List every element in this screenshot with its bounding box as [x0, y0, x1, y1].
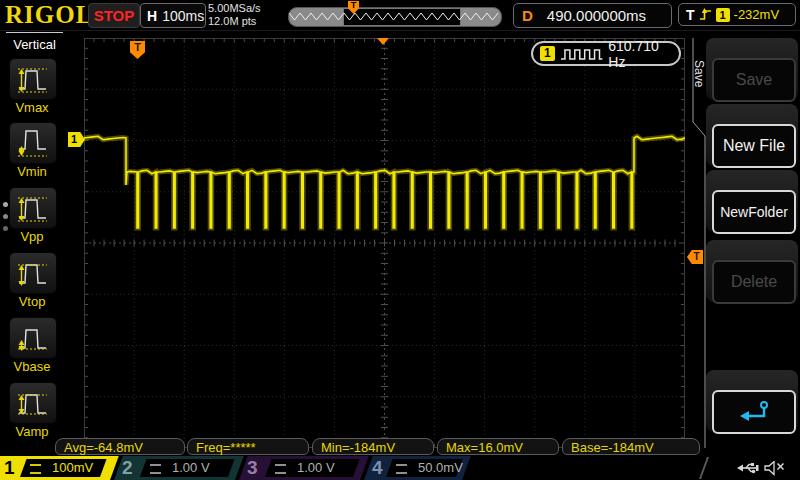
- measure-vmin-button[interactable]: [9, 122, 57, 164]
- trigger-level-value: -232mV: [734, 7, 780, 22]
- delay-button[interactable]: D 490.000000ms: [513, 3, 672, 28]
- square-wave-icon: [560, 47, 603, 61]
- save-button[interactable]: Save: [712, 58, 796, 102]
- dc-coupling-icon: [150, 464, 161, 474]
- measurement-readout-1: Avg=-64.8mV: [55, 438, 185, 455]
- rigol-logo: RIGOL: [5, 1, 93, 29]
- right-menu-tab-save: Save: [692, 48, 706, 100]
- dc-coupling-icon: [275, 464, 286, 474]
- channel-4-tab[interactable]: 450.0mV: [364, 456, 462, 480]
- measurement-readout-2: Freq=*****: [187, 438, 309, 455]
- channel-1-scale-box: 100mV: [20, 459, 100, 477]
- usb-icon: [737, 461, 760, 475]
- measure-vpp-button[interactable]: [9, 187, 57, 229]
- vamp-icon: [15, 387, 51, 419]
- channel-2-scale-box: 1.00 V: [140, 459, 228, 477]
- measure-vtop-label: Vtop: [2, 294, 62, 309]
- measurement-readout-5: Base=-184mV: [562, 438, 700, 455]
- measure-vbase-button[interactable]: [9, 317, 57, 359]
- vbase-icon: [15, 322, 51, 354]
- memory-position-bar[interactable]: [288, 7, 502, 27]
- channel-3-tab[interactable]: 31.00 V: [239, 456, 360, 480]
- timebase-value: 100ms: [162, 8, 204, 24]
- new-file-button[interactable]: New File: [712, 124, 796, 168]
- channel-4-scale-box: 50.0mV: [386, 459, 456, 477]
- vmax-icon: [15, 63, 51, 95]
- memory-depth: 12.0M pts: [208, 15, 261, 28]
- channel-3-scale-value: 1.00 V: [297, 459, 335, 477]
- channel-bar-separator: [699, 457, 709, 479]
- run-state-indicator[interactable]: STOP: [88, 3, 140, 28]
- channel-status-bar: 1100mV21.00 V31.00 V450.0mV: [0, 456, 800, 480]
- sample-rate: 5.00MSa/s: [208, 2, 261, 15]
- measurement-readout-4: Max=16.0mV: [437, 438, 559, 455]
- channel-1-scale-value: 100mV: [52, 459, 93, 477]
- oscilloscope-screen: RIGOL STOP H 100ms 5.00MSa/s 12.0M pts T…: [0, 0, 800, 480]
- dc-coupling-icon: [396, 464, 407, 474]
- delete-button[interactable]: Delete: [712, 260, 796, 304]
- channel-1-tab[interactable]: 1100mV: [0, 456, 110, 480]
- measure-vmax-label: Vmax: [2, 100, 62, 115]
- delay-value: 490.000000ms: [547, 7, 646, 24]
- d-label: D: [514, 7, 547, 24]
- channel-2-number: 2: [122, 456, 133, 480]
- t-label: T: [686, 7, 695, 23]
- vtop-icon: [15, 257, 51, 289]
- measure-vamp-label: Vamp: [2, 424, 62, 439]
- h-label: H: [141, 8, 162, 24]
- measure-vmin-label: Vmin: [2, 164, 62, 179]
- channel-4-number: 4: [372, 456, 383, 480]
- center-reference-marker: [377, 38, 389, 45]
- trigger-info-button[interactable]: T 1 -232mV: [678, 3, 796, 26]
- channel-4-scale-value: 50.0mV: [418, 459, 463, 477]
- acquisition-info: 5.00MSa/s 12.0M pts: [208, 2, 261, 28]
- measure-vmax-button[interactable]: [9, 58, 57, 100]
- channel-2-scale-value: 1.00 V: [172, 459, 210, 477]
- channel-2-tab[interactable]: 21.00 V: [114, 456, 235, 480]
- channel1-ground-marker[interactable]: 1: [68, 132, 85, 147]
- measure-vbase-label: Vbase: [2, 359, 62, 374]
- counter-channel-badge: 1: [540, 46, 555, 61]
- measure-vpp-label: Vpp: [2, 229, 62, 244]
- top-status-bar: RIGOL STOP H 100ms 5.00MSa/s 12.0M pts T…: [0, 0, 800, 31]
- new-folder-button[interactable]: NewFolder: [712, 190, 796, 234]
- frequency-value: 610.710 Hz: [608, 38, 679, 70]
- channel-1-number: 1: [4, 456, 15, 480]
- memory-waveform-preview: [289, 8, 501, 26]
- vmin-icon: [15, 127, 51, 159]
- return-icon: [737, 399, 771, 425]
- horizontal-timebase-button[interactable]: H 100ms: [140, 3, 206, 28]
- frequency-counter: 1 610.710 Hz: [531, 41, 681, 66]
- measure-vtop-button[interactable]: [9, 252, 57, 294]
- measure-vamp-button[interactable]: [9, 382, 57, 424]
- measurement-readout-3: Min=-184mV: [312, 438, 434, 455]
- dc-coupling-icon: [30, 464, 41, 474]
- channel-3-number: 3: [247, 456, 258, 480]
- speaker-muted-icon: [764, 461, 786, 476]
- left-menu-title: Vertical: [6, 37, 63, 52]
- return-button[interactable]: [712, 390, 796, 434]
- channel-3-scale-box: 1.00 V: [265, 459, 353, 477]
- waveform-display-grid[interactable]: [84, 38, 685, 448]
- left-menu-divider: [6, 32, 63, 33]
- trigger-source-badge: 1: [716, 8, 730, 22]
- rising-edge-icon: [699, 7, 712, 22]
- vpp-icon: [15, 192, 51, 224]
